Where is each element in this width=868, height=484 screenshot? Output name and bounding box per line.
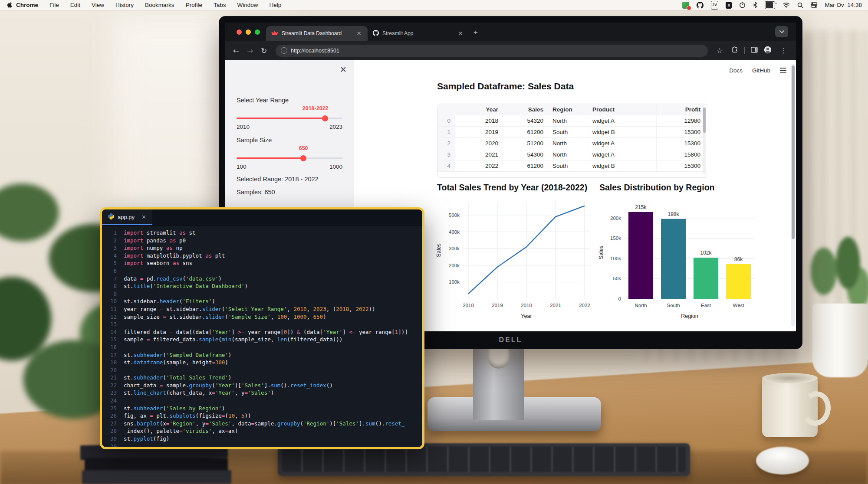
window-controls[interactable] (237, 29, 260, 35)
year-slider-handle[interactable] (322, 115, 328, 121)
browser-tab-streamlit-app[interactable]: Streamlit App✕ (368, 26, 469, 41)
zoom-window-button[interactable] (255, 29, 260, 35)
tab-close-icon[interactable]: ✕ (457, 30, 464, 37)
table-cell: 61200 (503, 127, 548, 138)
page-scrollbar[interactable] (791, 64, 795, 327)
column-header-Region: Region (548, 104, 588, 115)
dataframe-scrollbar[interactable] (703, 107, 706, 174)
address-bar[interactable]: i http://localhost:8501 (276, 45, 708, 57)
size-slider[interactable] (237, 157, 342, 159)
menu-item-bookmarks[interactable]: Bookmarks (145, 2, 174, 8)
row-index: 0 (438, 115, 455, 127)
new-tab-button[interactable]: + (473, 28, 478, 37)
menu-item-file[interactable]: File (49, 2, 59, 8)
timer-icon[interactable] (739, 2, 746, 9)
column-header-Product: Product (588, 104, 657, 115)
tab-title: Streamlit App (382, 30, 454, 36)
year-slider-value: 2018-2022 (302, 105, 329, 111)
desk-scene: ChromeFileEditViewHistoryBookmarksProfil… (0, 0, 868, 484)
reload-button[interactable]: ↻ (258, 46, 270, 55)
editor-tab-apppy[interactable]: app.py ✕ (102, 209, 152, 225)
site-info-icon[interactable]: i (281, 47, 287, 54)
year-slider[interactable] (237, 118, 342, 119)
sidebar-close-icon[interactable]: ✕ (340, 65, 347, 74)
tab-search-button[interactable] (775, 26, 788, 37)
menu-item-chrome[interactable]: Chrome (16, 2, 38, 8)
minimize-window-button[interactable] (246, 29, 251, 35)
menubar-clock[interactable]: Mar Ov 14:38 (825, 2, 862, 8)
bluetooth-icon[interactable] (753, 2, 757, 9)
code-line: 12sample_size = st.sidebar.slider('Sampl… (102, 313, 422, 321)
editor-tab-title: app.py (118, 214, 135, 220)
svg-text:50k: 50k (613, 276, 621, 281)
svg-text:100k: 100k (449, 279, 460, 285)
table-cell: widget A (588, 115, 657, 127)
size-slider-range: 1001000 (237, 164, 342, 170)
menu-item-profile[interactable]: Profile (186, 2, 202, 8)
toolbar-actions: ☆ ⋮ (714, 46, 791, 56)
extensions-icon[interactable] (731, 46, 738, 55)
menu-item-help[interactable]: Help (269, 2, 281, 8)
notion-icon[interactable]: n (726, 2, 732, 9)
svg-text:Year: Year (521, 313, 532, 319)
spotlight-search-icon[interactable] (797, 2, 803, 9)
chrome-menu-icon[interactable]: ⋮ (778, 47, 789, 55)
table-cell: widget A (588, 149, 657, 160)
menu-item-history[interactable]: History (115, 2, 134, 8)
close-window-button[interactable] (237, 29, 242, 35)
svg-text:400k: 400k (449, 229, 460, 235)
tab-close-icon[interactable]: ✕ (355, 30, 362, 37)
wallet-icon[interactable] (682, 2, 689, 9)
size-slider-label: Sample Size (237, 137, 272, 144)
table-cell: South (548, 127, 588, 138)
2v-badge-icon[interactable]: 2V (711, 1, 718, 10)
code-line: 5import seaborn as sns (102, 259, 422, 267)
github-link[interactable]: GitHub (752, 67, 770, 74)
svg-text:Sales: Sales (598, 245, 604, 259)
dataframe[interactable]: YearSalesRegionProductProfit0201854320No… (437, 104, 708, 178)
back-button[interactable]: ← (230, 46, 242, 55)
github-menubar-icon[interactable] (697, 2, 704, 9)
svg-text:500k: 500k (449, 213, 460, 218)
code-line: 1import streamlit as st (102, 229, 422, 237)
browser-tab-streamlit-data-dashboard[interactable]: Streamlit Data Dashboard✕ (266, 26, 368, 41)
code-line: 17st.subheader('Sampled Dataframe') (102, 351, 422, 359)
browser-toolbar: ← → ↻ i http://localhost:8501 ☆ (225, 41, 796, 60)
menu-item-view[interactable]: View (92, 2, 104, 8)
sales-trend-line-chart: 100k200k300k400k500k20182019201020212022… (434, 196, 596, 324)
svg-text:West: West (733, 303, 745, 308)
wifi-icon[interactable] (783, 2, 790, 9)
battery-icon[interactable] (765, 1, 775, 9)
table-cell: 2020 (455, 138, 503, 149)
code-line: 8st.title('Interactive Data Dashboard') (102, 282, 422, 290)
bookmark-star-icon[interactable]: ☆ (714, 46, 725, 55)
selected-range-text: Selected Range: 2018 - 2022 (237, 176, 319, 183)
sidepanel-icon[interactable] (751, 47, 758, 55)
code-line: 14filtered_data = data[(data['Year'] >= … (102, 328, 422, 336)
code-line: 15sample = filtered_data.sample(min(samp… (102, 336, 422, 343)
toolbar-divider (744, 47, 745, 54)
code-line: 16 (102, 343, 422, 351)
menu-item-tabs[interactable]: Tabs (214, 2, 226, 8)
control-center-icon[interactable] (811, 2, 817, 9)
docs-link[interactable]: Docs (729, 67, 743, 74)
table-cell: 15800 (657, 149, 705, 160)
size-slider-handle[interactable] (300, 155, 306, 161)
url-text[interactable]: http://localhost:8501 (291, 48, 339, 54)
menu-item-window[interactable]: Window (237, 2, 258, 8)
code-line: 30 (102, 443, 422, 449)
app-menu-icon[interactable] (780, 68, 786, 73)
editor-tab-close-icon[interactable]: ✕ (141, 214, 146, 220)
code-line: 13 (102, 320, 422, 328)
table-cell: 2021 (455, 149, 503, 160)
svg-text:Region: Region (681, 313, 698, 319)
menu-item-edit[interactable]: Edit (70, 2, 80, 8)
code-area: 1import streamlit as st2import pandas as… (102, 226, 422, 449)
menubar-status-area: 2V n Mar Ov 14:38 (682, 1, 868, 10)
profile-avatar-icon[interactable] (764, 46, 772, 56)
apple-logo-icon[interactable] (7, 2, 13, 8)
table-cell: North (548, 115, 588, 127)
forward-button[interactable]: → (244, 46, 256, 55)
samples-text: Samples: 650 (237, 189, 275, 196)
mouse (756, 447, 809, 474)
